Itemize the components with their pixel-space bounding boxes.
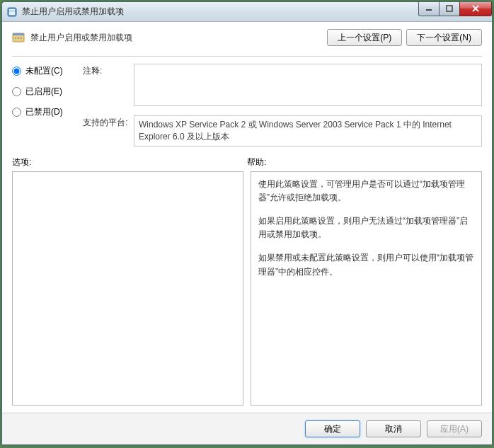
radio-not-configured-label: 未配置(C) <box>25 65 63 77</box>
help-panel: 使用此策略设置，可管理用户是否可以通过“加载项管理器”允许或拒绝加载项。 如果启… <box>251 171 482 406</box>
config-area: 未配置(C) 已启用(E) 已禁用(D) 注释: <box>12 64 482 147</box>
cancel-button[interactable]: 取消 <box>366 420 421 437</box>
radio-disabled-label: 已禁用(D) <box>25 106 63 118</box>
apply-button[interactable]: 应用(A) <box>427 420 482 437</box>
svg-rect-4 <box>447 6 452 11</box>
previous-setting-button[interactable]: 上一个设置(P) <box>327 29 402 46</box>
radio-enabled-label: 已启用(E) <box>25 86 62 98</box>
maximize-button[interactable] <box>439 2 460 16</box>
titlebar[interactable]: 禁止用户启用或禁用加载项 <box>2 2 492 22</box>
svg-point-9 <box>15 38 16 39</box>
comment-textarea[interactable] <box>134 64 482 106</box>
close-button[interactable] <box>459 2 492 16</box>
comment-label: 注释: <box>83 64 134 108</box>
supported-platform-text: Windows XP Service Pack 2 或 Windows Serv… <box>134 115 482 147</box>
header-row: 禁止用户启用或禁用加载项 上一个设置(P) 下一个设置(N) <box>12 29 482 46</box>
minimize-icon <box>425 5 432 12</box>
svg-point-11 <box>21 38 22 39</box>
help-paragraph: 如果禁用或未配置此策略设置，则用户可以使用“加载项管理器”中的相应控件。 <box>258 251 474 278</box>
help-paragraph: 如果启用此策略设置，则用户无法通过“加载项管理器”启用或禁用加载项。 <box>258 214 474 241</box>
window-title: 禁止用户启用或禁用加载项 <box>22 6 419 18</box>
divider <box>12 56 482 57</box>
radio-disabled-input[interactable] <box>12 108 21 117</box>
svg-rect-2 <box>9 11 15 15</box>
svg-rect-1 <box>9 9 15 11</box>
svg-rect-3 <box>426 9 432 11</box>
content-area: 禁止用户启用或禁用加载项 上一个设置(P) 下一个设置(N) 未配置(C) 已启… <box>2 22 492 413</box>
policy-icon <box>12 31 25 44</box>
policy-title: 禁止用户启用或禁用加载项 <box>30 32 323 44</box>
help-label: 帮助: <box>247 156 482 168</box>
help-paragraph: 使用此策略设置，可管理用户是否可以通过“加载项管理器”允许或拒绝加载项。 <box>258 178 474 205</box>
window-controls <box>419 2 492 16</box>
options-panel <box>12 171 243 406</box>
next-setting-button[interactable]: 下一个设置(N) <box>406 29 482 46</box>
radio-disabled[interactable]: 已禁用(D) <box>12 106 83 118</box>
radio-not-configured[interactable]: 未配置(C) <box>12 65 83 77</box>
maximize-icon <box>446 5 453 12</box>
app-icon <box>6 6 18 18</box>
minimize-button[interactable] <box>418 2 440 16</box>
radio-enabled[interactable]: 已启用(E) <box>12 86 83 98</box>
platform-label: 支持的平台: <box>83 115 134 147</box>
radio-column: 未配置(C) 已启用(E) 已禁用(D) <box>12 64 83 147</box>
ok-button[interactable]: 确定 <box>305 420 360 437</box>
panels: 使用此策略设置，可管理用户是否可以通过“加载项管理器”允许或拒绝加载项。 如果启… <box>12 171 482 406</box>
radio-enabled-input[interactable] <box>12 87 21 96</box>
svg-point-10 <box>18 38 19 39</box>
svg-rect-8 <box>13 33 24 35</box>
close-icon <box>471 5 480 12</box>
radio-not-configured-input[interactable] <box>12 67 21 76</box>
footer: 确定 取消 应用(A) <box>2 413 492 444</box>
dialog-window: 禁止用户启用或禁用加载项 <box>1 1 493 445</box>
lower-labels: 选项: 帮助: <box>12 156 482 168</box>
options-label: 选项: <box>12 156 247 168</box>
